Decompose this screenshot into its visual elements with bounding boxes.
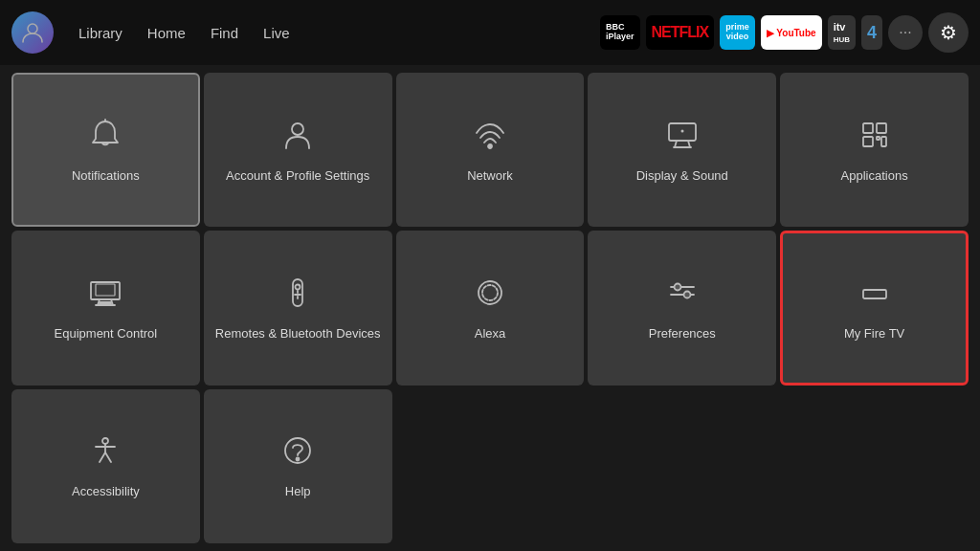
grid-item-my-fire-tv[interactable]: My Fire TV — [780, 231, 969, 385]
grid-item-display-sound[interactable]: Display & Sound — [588, 73, 776, 227]
apps-icon — [856, 116, 894, 159]
app-shortcuts: BBCiPlayer NETFLIX primevideo ▶ YouTube … — [600, 12, 969, 53]
grid-item-label: Equipment Control — [47, 326, 166, 342]
grid-item-remotes-bluetooth[interactable]: Remotes & Bluetooth Devices — [204, 231, 392, 385]
grid-item-account-profile[interactable]: Account & Profile Settings — [204, 73, 392, 227]
grid-item-label: Alexa — [467, 326, 514, 342]
grid-item-label: Account & Profile Settings — [218, 168, 377, 185]
grid-item-label: Help — [278, 484, 319, 500]
grid-item-accessibility[interactable]: Accessibility — [11, 389, 200, 543]
svg-rect-19 — [100, 302, 111, 304]
grid-item-notifications[interactable]: Notifications — [11, 73, 200, 227]
nav-find[interactable]: Find — [201, 19, 248, 47]
grid-item-network[interactable]: Network — [396, 73, 585, 227]
svg-rect-13 — [877, 137, 880, 140]
app-bbc[interactable]: BBCiPlayer — [600, 15, 640, 50]
svg-point-3 — [488, 144, 492, 148]
grid-item-alexa[interactable]: Alexa — [396, 231, 585, 385]
nav-library[interactable]: Library — [69, 19, 132, 47]
svg-rect-15 — [96, 284, 115, 296]
person-icon — [278, 116, 317, 159]
svg-point-21 — [296, 285, 301, 290]
nav-home[interactable]: Home — [138, 19, 195, 47]
nav-links: Library Home Find Live — [69, 19, 300, 47]
avatar[interactable] — [11, 11, 54, 54]
wifi-icon — [471, 116, 509, 159]
nav-live[interactable]: Live — [254, 19, 300, 47]
svg-rect-9 — [863, 123, 873, 133]
monitor-icon — [86, 274, 124, 317]
sliders-icon — [663, 274, 702, 317]
app-netflix[interactable]: NETFLIX — [646, 15, 715, 50]
svg-line-35 — [100, 452, 105, 462]
remote-icon — [278, 274, 317, 317]
grid-item-label: Network — [459, 168, 521, 185]
svg-point-26 — [482, 285, 498, 300]
grid-item-help[interactable]: Help — [204, 389, 392, 543]
settings-grid: Notifications Account & Profile Settings… — [0, 65, 980, 551]
grid-item-label: Applications — [834, 168, 916, 185]
grid-item-label: Notifications — [64, 168, 147, 185]
settings-button[interactable]: ⚙ — [928, 12, 969, 53]
svg-point-30 — [683, 292, 690, 298]
svg-point-29 — [674, 284, 680, 291]
app-channel4[interactable]: 4 — [861, 15, 882, 50]
grid-item-label: Accessibility — [64, 484, 147, 500]
grid-item-label: Display & Sound — [629, 168, 736, 185]
svg-point-2 — [292, 123, 303, 135]
svg-line-5 — [675, 141, 677, 147]
accessibility-icon — [86, 431, 124, 474]
grid-item-preferences[interactable]: Preferences — [588, 231, 776, 385]
display-icon — [663, 116, 702, 159]
app-prime[interactable]: primevideo — [720, 15, 755, 50]
svg-point-0 — [28, 24, 37, 33]
bell-icon — [86, 116, 124, 159]
svg-rect-10 — [877, 123, 886, 133]
firetv-icon — [856, 274, 894, 317]
more-apps-button[interactable]: ··· — [888, 15, 923, 50]
grid-item-label: Remotes & Bluetooth Devices — [208, 326, 389, 342]
svg-rect-11 — [863, 137, 873, 146]
help-icon — [278, 431, 317, 474]
grid-item-label: My Fire TV — [836, 326, 912, 342]
alexa-icon — [471, 274, 509, 317]
app-youtube[interactable]: ▶ YouTube — [761, 15, 822, 50]
svg-rect-31 — [863, 290, 886, 298]
grid-item-equipment-control[interactable]: Equipment Control — [11, 231, 200, 385]
svg-line-36 — [105, 452, 111, 462]
top-navigation: Library Home Find Live BBCiPlayer NETFLI… — [0, 0, 980, 65]
svg-point-38 — [297, 458, 300, 461]
svg-line-6 — [688, 141, 690, 147]
grid-item-applications[interactable]: Applications — [780, 73, 969, 227]
svg-rect-12 — [881, 137, 886, 146]
grid-item-label: Preferences — [641, 326, 724, 342]
app-itv[interactable]: itvHUB — [828, 15, 856, 50]
